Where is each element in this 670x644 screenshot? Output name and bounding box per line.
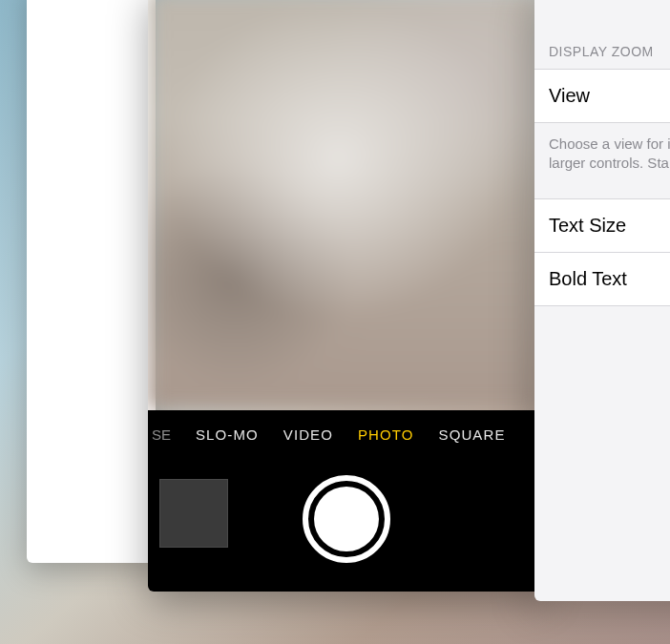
camera-mode-video[interactable]: VIDEO <box>283 426 333 443</box>
settings-row-view[interactable]: View <box>534 69 670 123</box>
last-photo-thumbnail[interactable] <box>159 479 228 548</box>
camera-mode-photo[interactable]: PHOTO <box>358 426 414 443</box>
camera-mode-strip: SE SLO-MO VIDEO PHOTO SQUARE <box>148 420 544 448</box>
app-card-camera[interactable]: SE SLO-MO VIDEO PHOTO SQUARE <box>148 0 544 592</box>
camera-mode-slomo[interactable]: SLO-MO <box>196 426 259 443</box>
camera-controls-bar: SE SLO-MO VIDEO PHOTO SQUARE <box>148 410 544 592</box>
settings-note-view: Choose a view for iPhone. Zoomed shows l… <box>534 123 670 198</box>
settings-row-text-size[interactable]: Text Size <box>534 198 670 253</box>
shutter-button-inner <box>314 487 379 551</box>
camera-viewfinder <box>148 0 544 410</box>
camera-mode-timelapse-partial[interactable]: SE <box>152 426 171 443</box>
settings-section-header-display-zoom: Display Zoom <box>534 0 670 69</box>
camera-mode-square[interactable]: SQUARE <box>439 426 506 443</box>
settings-row-bold-text[interactable]: Bold Text <box>534 253 670 306</box>
app-card-blank[interactable] <box>27 0 156 563</box>
app-card-settings[interactable]: Display Zoom View Choose a view for iPho… <box>534 0 670 601</box>
shutter-button[interactable] <box>303 475 390 563</box>
